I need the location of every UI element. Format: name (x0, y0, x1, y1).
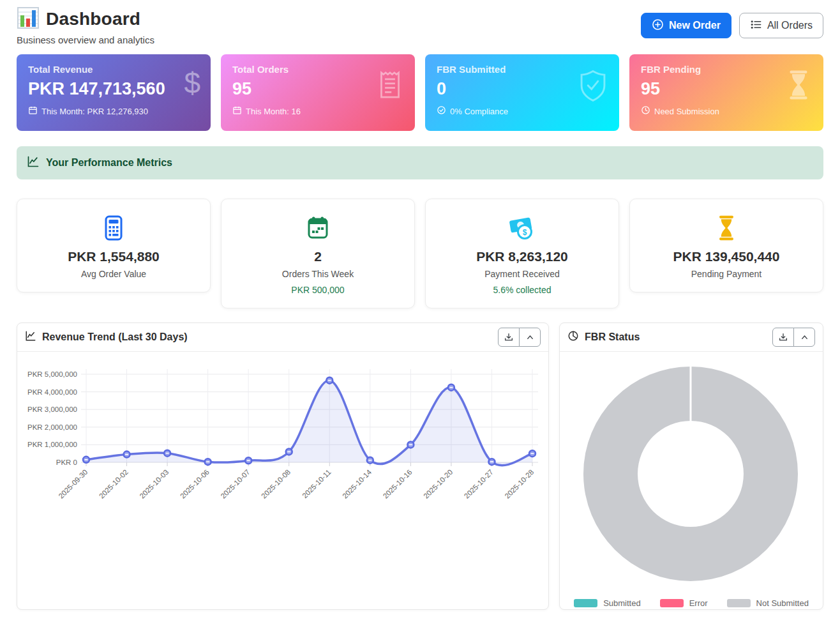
header-left: Dashboard Business overview and analytic… (17, 6, 154, 45)
dashboard-page: Dashboard Business overview and analytic… (0, 0, 840, 610)
svg-text:PKR 4,000,000: PKR 4,000,000 (27, 388, 77, 396)
svg-text:PKR 1,000,000: PKR 1,000,000 (27, 441, 77, 448)
svg-text:PKR 0: PKR 0 (56, 459, 77, 466)
metric-card-avg-order-value: PKR 1,554,880 Avg Order Value (17, 199, 211, 292)
cash-coin-icon: $ (435, 215, 610, 241)
page-header: Dashboard Business overview and analytic… (17, 6, 823, 45)
revenue-panel-title: Revenue Trend (Last 30 Days) (25, 330, 188, 344)
bar-chart-logo-icon (17, 6, 40, 32)
stat-value: PKR 147,713,560 (28, 79, 199, 99)
performance-metrics-banner: Your Performance Metrics (17, 146, 823, 179)
list-icon (750, 19, 762, 33)
metric-value: PKR 1,554,880 (26, 249, 201, 264)
metric-label: Orders This Week (230, 269, 405, 279)
fbr-status-panel: FBR Status (559, 322, 823, 610)
new-order-button[interactable]: New Order (641, 13, 731, 38)
page-subtitle: Business overview and analytics (17, 34, 154, 45)
download-button[interactable] (772, 328, 794, 347)
calculator-icon (26, 215, 201, 241)
metric-label: Pending Payment (639, 269, 814, 279)
hourglass-icon (784, 68, 813, 104)
plus-circle-icon (652, 19, 664, 33)
receipt-icon (375, 68, 405, 104)
revenue-trend-panel: Revenue Trend (Last 30 Days) (17, 322, 549, 610)
legend-label: Submitted (603, 598, 641, 608)
calendar-icon (232, 105, 242, 117)
svg-text:2025-10-11: 2025-10-11 (301, 468, 332, 499)
stat-card-total-revenue: Total Revenue PKR 147,713,560 This Month… (17, 54, 211, 131)
chart-line-icon (27, 155, 40, 171)
page-title: Dashboard (46, 9, 140, 29)
svg-text:2025-10-02: 2025-10-02 (98, 468, 130, 500)
all-orders-button[interactable]: All Orders (739, 13, 823, 38)
metric-value: 2 (230, 249, 405, 264)
shield-check-icon (577, 68, 609, 107)
fbr-donut-chart[interactable] (560, 352, 822, 595)
svg-text:2025-10-27: 2025-10-27 (463, 468, 495, 500)
svg-text:2025-10-08: 2025-10-08 (260, 468, 292, 500)
fbr-panel-title: FBR Status (567, 330, 640, 344)
check-circle-icon (437, 105, 446, 117)
metric-sub-value: PKR 500,000 (230, 285, 405, 295)
svg-text:2025-10-06: 2025-10-06 (179, 468, 211, 500)
performance-metrics-label: Your Performance Metrics (46, 157, 172, 169)
metric-label: Payment Received (435, 269, 610, 279)
new-order-label: New Order (669, 20, 721, 31)
legend-swatch (727, 599, 751, 607)
revenue-panel-header: Revenue Trend (Last 30 Days) (17, 323, 548, 352)
svg-text:2025-10-16: 2025-10-16 (382, 468, 414, 500)
svg-text:PKR 2,000,000: PKR 2,000,000 (27, 423, 77, 431)
calendar-week-icon (230, 215, 405, 241)
hourglass-icon (639, 215, 814, 241)
legend-swatch (660, 599, 684, 607)
legend-item-not-submitted[interactable]: Not Submitted (727, 598, 809, 608)
header-actions: New Order All Orders (641, 13, 823, 38)
chart-line-icon (25, 330, 36, 344)
metric-sub-value: 5.6% collected (435, 285, 610, 295)
stat-sub: This Month: PKR 12,276,930 (28, 105, 199, 117)
legend-swatch (574, 599, 597, 607)
stat-sub: This Month: 16 (232, 105, 403, 117)
revenue-panel-tools (498, 328, 541, 347)
svg-text:$: $ (523, 228, 527, 237)
svg-text:2025-09-30: 2025-09-30 (57, 468, 89, 500)
collapse-button[interactable] (519, 328, 541, 347)
revenue-chart-body: PKR 0PKR 1,000,000PKR 2,000,000PKR 3,000… (17, 352, 548, 514)
metric-cards-row: PKR 1,554,880 Avg Order Value 2 Orders T… (17, 199, 823, 308)
legend-item-error[interactable]: Error (660, 598, 708, 608)
svg-text:2025-10-28: 2025-10-28 (503, 468, 535, 500)
stat-sub: Need Submission (641, 105, 812, 117)
svg-text:2025-10-03: 2025-10-03 (138, 468, 170, 500)
legend-item-submitted[interactable]: Submitted (574, 598, 641, 608)
all-orders-label: All Orders (767, 20, 813, 31)
stat-card-total-orders: Total Orders 95 This Month: 16 (221, 54, 415, 131)
svg-text:PKR 3,000,000: PKR 3,000,000 (27, 406, 77, 413)
dollar-icon: $ (184, 68, 200, 98)
metric-value: PKR 8,263,120 (435, 249, 610, 264)
charts-row: Revenue Trend (Last 30 Days) (17, 322, 823, 610)
svg-text:2025-10-20: 2025-10-20 (422, 468, 454, 500)
metric-value: PKR 139,450,440 (639, 249, 814, 264)
svg-text:2025-10-07: 2025-10-07 (220, 468, 251, 500)
metric-card-payment-received: $ PKR 8,263,120 Payment Received 5.6% co… (425, 199, 619, 308)
metric-card-pending-payment: PKR 139,450,440 Pending Payment (629, 199, 823, 292)
svg-text:2025-10-14: 2025-10-14 (341, 468, 373, 501)
clock-icon (641, 105, 650, 117)
collapse-button[interactable] (793, 328, 815, 347)
fbr-chart-body: SubmittedErrorNot Submitted (560, 352, 823, 608)
revenue-line-chart[interactable]: PKR 0PKR 1,000,000PKR 2,000,000PKR 3,000… (25, 356, 542, 512)
svg-text:PKR 5,000,000: PKR 5,000,000 (27, 370, 77, 378)
stat-label: Total Revenue (28, 64, 199, 75)
stat-card-fbr-submitted: FBR Submitted 0 0% Compliance (425, 54, 619, 131)
download-button[interactable] (498, 328, 520, 347)
fbr-panel-tools (772, 328, 815, 347)
stat-sub: 0% Compliance (437, 105, 608, 117)
stat-cards-row: Total Revenue PKR 147,713,560 This Month… (17, 54, 823, 131)
metric-label: Avg Order Value (26, 269, 201, 279)
stat-card-fbr-pending: FBR Pending 95 Need Submission (629, 54, 823, 131)
pie-chart-icon (567, 330, 579, 344)
legend-label: Not Submitted (756, 598, 809, 608)
metric-card-orders-this-week: 2 Orders This Week PKR 500,000 (221, 199, 415, 308)
fbr-chart-legend: SubmittedErrorNot Submitted (560, 598, 823, 608)
fbr-panel-header: FBR Status (560, 323, 823, 352)
